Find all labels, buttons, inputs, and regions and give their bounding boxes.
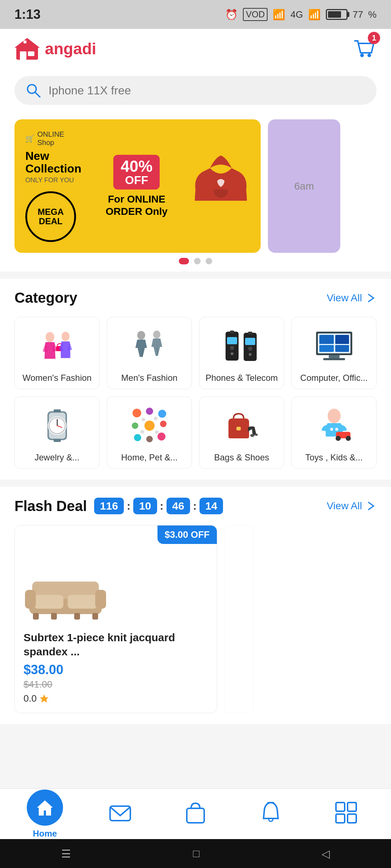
svg-rect-22 (245, 338, 255, 345)
timer-hours: 116 (94, 498, 124, 514)
svg-point-44 (158, 410, 166, 418)
android-nav: ☰ □ ◁ (0, 839, 391, 868)
product-info: Subrtex 1-piece knit jacquard spandex ..… (15, 627, 217, 704)
grid-icon (333, 800, 359, 826)
svg-marker-74 (40, 694, 49, 703)
category-item-computer[interactable]: Computer, Offic... (291, 317, 377, 389)
dot-2[interactable] (194, 258, 201, 264)
category-item-jewelry[interactable]: Jewelry &... (14, 396, 100, 469)
category-item-home-pet[interactable]: Home, Pet &... (107, 396, 192, 469)
svg-point-47 (160, 421, 167, 427)
banner-dots (0, 258, 391, 264)
category-view-all[interactable]: View All (327, 292, 377, 304)
nav-home-label: Home (33, 829, 57, 839)
nav-notifications[interactable] (233, 800, 308, 829)
banner-section: 🛒 ONLINE Shop New Collection ONLY FOR YO… (0, 116, 391, 272)
svg-rect-73 (92, 613, 98, 620)
status-bar: 1:13 ⏰ VOD 📶 4G 📶 77% (0, 0, 391, 29)
category-label-bags-shoes: Bags & Shoes (214, 452, 269, 463)
bottom-nav: Home (0, 788, 391, 839)
svg-marker-3 (14, 38, 40, 48)
logo: angadi (14, 36, 96, 61)
svg-point-23 (248, 346, 252, 351)
svg-rect-0 (16, 47, 38, 60)
status-time: 1:13 (14, 7, 41, 22)
product-price-new: $38.00 (24, 662, 208, 677)
svg-point-52 (154, 417, 157, 420)
svg-point-56 (250, 434, 255, 437)
svg-point-42 (133, 409, 141, 417)
svg-point-54 (155, 430, 159, 434)
nav-grid[interactable] (308, 800, 384, 829)
banner-subtitle: ONLY FOR YOU (25, 176, 81, 184)
category-item-bags-shoes[interactable]: Bags & Shoes (199, 396, 284, 469)
app-header: angadi 1 (0, 29, 391, 69)
cart-button[interactable]: 1 (351, 35, 377, 62)
flash-view-all[interactable]: View All (327, 500, 377, 512)
search-section (0, 69, 391, 116)
nav-home[interactable]: Home (7, 790, 83, 839)
computer-icon (314, 326, 354, 366)
category-item-womens-fashion[interactable]: Women's Fashion (14, 317, 100, 389)
product-card-1[interactable] (224, 525, 253, 713)
star-icon (39, 693, 50, 704)
svg-rect-1 (20, 51, 26, 60)
svg-rect-67 (68, 595, 97, 609)
category-item-toys-kids[interactable]: Toys , Kids &... (291, 396, 377, 469)
home-nav-btn[interactable]: □ (193, 847, 199, 860)
product-card-0[interactable]: $3.00 OFF (14, 525, 217, 713)
signal2-icon: 📶 (308, 9, 321, 21)
dot-3[interactable] (206, 258, 212, 264)
svg-marker-75 (37, 800, 53, 816)
svg-point-49 (146, 436, 153, 442)
cart-badge: 1 (368, 32, 380, 44)
banner-collection: New Collection (25, 150, 81, 175)
svg-point-61 (346, 436, 351, 441)
banner-main[interactable]: 🛒 ONLINE Shop New Collection ONLY FOR YO… (14, 119, 261, 253)
svg-rect-55 (236, 427, 241, 430)
banner-side: 6am (268, 119, 340, 253)
svg-rect-30 (319, 345, 334, 352)
timer-seconds: 46 (167, 498, 190, 514)
home-pet-icon (130, 406, 169, 446)
nav-messages[interactable] (83, 800, 158, 829)
dot-1[interactable] (179, 258, 189, 264)
back-nav-btn[interactable]: ◁ (321, 847, 330, 860)
phones-icon (222, 326, 262, 366)
svg-point-18 (230, 346, 234, 350)
bags-shoes-icon (222, 406, 262, 446)
category-label-toys-kids: Toys , Kids &... (305, 452, 363, 463)
svg-point-43 (146, 408, 153, 415)
product-badge: $3.00 OFF (157, 526, 217, 544)
flash-deal-section: Flash Deal 116 : 10 : 46 : 14 View All $… (0, 487, 391, 724)
mail-icon (107, 800, 133, 826)
bell-icon (258, 800, 284, 826)
menu-nav-btn[interactable]: ☰ (61, 847, 71, 860)
vol-icon: VOD (243, 8, 268, 21)
svg-rect-81 (336, 814, 345, 823)
timer-minutes: 10 (133, 498, 157, 514)
nav-bag[interactable] (158, 800, 233, 829)
category-section: Category View All (0, 279, 391, 480)
bag-icon (182, 800, 209, 826)
search-box[interactable] (14, 76, 377, 105)
battery-icon (326, 9, 348, 20)
svg-rect-71 (51, 613, 57, 620)
app-name: angadi (45, 40, 96, 58)
search-input[interactable] (49, 84, 366, 97)
svg-point-48 (134, 434, 141, 441)
womens-fashion-icon (37, 326, 77, 366)
svg-point-57 (255, 434, 258, 436)
svg-rect-40 (54, 409, 61, 412)
category-item-mens-fashion[interactable]: Men's Fashion (107, 317, 192, 389)
banner-discount: 40% OFF (113, 155, 160, 190)
svg-point-5 (360, 54, 364, 57)
svg-rect-80 (348, 803, 356, 811)
svg-point-51 (142, 418, 145, 421)
status-icons: ⏰ VOD 📶 4G 📶 77% (225, 8, 377, 21)
svg-rect-68 (25, 590, 36, 609)
banner-shop-label: 🛒 ONLINE Shop (25, 130, 81, 147)
category-item-phones[interactable]: Phones & Telecom (199, 317, 284, 389)
svg-point-12 (137, 331, 145, 340)
svg-point-60 (336, 436, 341, 441)
